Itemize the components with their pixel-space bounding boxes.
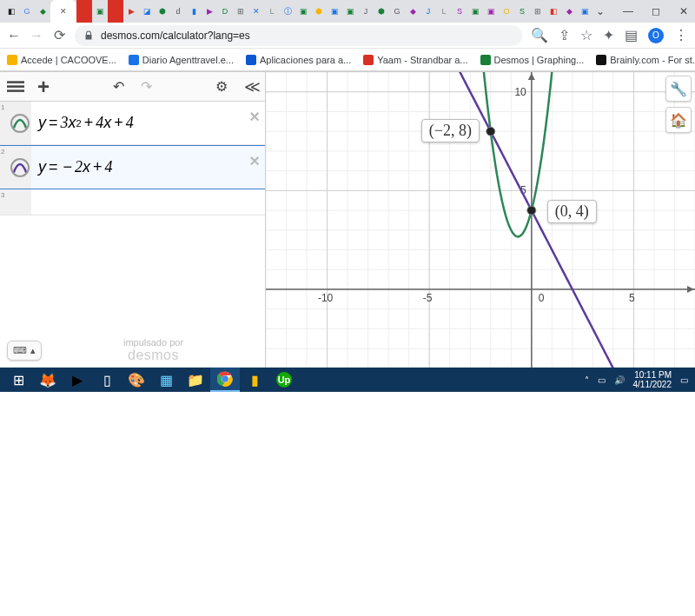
- bookmark-item[interactable]: Diario Agenttravel.e...: [129, 55, 234, 65]
- tab-favicon[interactable]: ◆: [405, 0, 420, 23]
- tab-favicon[interactable]: ▣: [483, 0, 499, 23]
- undo-button[interactable]: ↶: [110, 78, 128, 96]
- wrench-icon[interactable]: 🔧: [665, 76, 692, 102]
- tab-favicon[interactable]: [76, 0, 92, 23]
- tab-favicon[interactable]: ▶: [202, 0, 217, 23]
- reload-button[interactable]: ⟳: [52, 29, 66, 43]
- curve-icon: [10, 158, 30, 177]
- tab-favicon[interactable]: [108, 0, 123, 23]
- zoom-icon[interactable]: 🔍: [531, 27, 548, 43]
- task-media[interactable]: ▶: [63, 368, 92, 392]
- task-explorer[interactable]: 📁: [181, 368, 210, 392]
- extensions-icon[interactable]: ✦: [603, 27, 614, 43]
- tab-favicon[interactable]: L: [436, 0, 452, 23]
- task-firefox[interactable]: 🦊: [33, 368, 63, 392]
- minimize-button[interactable]: —: [622, 5, 634, 17]
- graph-canvas[interactable]: -10-505510 🔧 🏠 (−2, 8)(0, 4): [266, 72, 695, 368]
- tab-favicon[interactable]: ⊞: [530, 0, 546, 23]
- tab-favicon[interactable]: ▣: [92, 0, 108, 23]
- task-paint[interactable]: 🎨: [122, 368, 151, 392]
- tab-favicon[interactable]: ▣: [327, 0, 342, 23]
- forward-button[interactable]: →: [30, 29, 43, 43]
- task-upwork[interactable]: Up: [269, 368, 299, 392]
- tab-favicon[interactable]: ▣: [295, 0, 311, 23]
- expression-color-toggle[interactable]: [9, 189, 31, 215]
- tab-favicon[interactable]: ◪: [139, 0, 155, 23]
- tab-favicon[interactable]: S: [452, 0, 467, 23]
- tab-favicon[interactable]: ⬢: [311, 0, 327, 23]
- url-text: desmos.com/calculator?lang=es: [101, 30, 250, 42]
- kebab-menu-icon[interactable]: ⋮: [674, 27, 688, 43]
- tab-favicon[interactable]: G: [19, 0, 35, 23]
- chevron-down-icon[interactable]: ⌄: [594, 5, 606, 17]
- reading-list-icon[interactable]: ▤: [625, 27, 638, 43]
- url-input[interactable]: desmos.com/calculator?lang=es: [75, 25, 522, 46]
- tab-favicon[interactable]: ▣: [467, 0, 483, 23]
- bookmark-item[interactable]: Desmos | Graphing...: [480, 55, 585, 65]
- task-document[interactable]: ▯: [92, 368, 122, 392]
- tab-favicon[interactable]: G: [389, 0, 405, 23]
- expression-input[interactable]: y=3x2+4x+4: [31, 102, 265, 144]
- expression-input[interactable]: [31, 189, 265, 215]
- tab-favicon[interactable]: J: [358, 0, 374, 23]
- point-label[interactable]: (0, 4): [547, 200, 597, 223]
- tab-favicon[interactable]: S: [514, 0, 530, 23]
- delete-expression-icon[interactable]: ×: [249, 107, 260, 127]
- keyboard-button[interactable]: ⌨ ▴: [7, 341, 42, 361]
- tab-favicon[interactable]: ▶: [123, 0, 139, 23]
- share-icon[interactable]: ⇪: [559, 27, 570, 43]
- tab-favicon[interactable]: D: [217, 0, 233, 23]
- point-label[interactable]: (−2, 8): [421, 119, 480, 142]
- tab-favicon[interactable]: ◆: [35, 0, 50, 23]
- bookmark-item[interactable]: Aplicaciones para a...: [246, 55, 351, 65]
- expression-color-toggle[interactable]: [9, 102, 31, 144]
- collapse-panel-icon[interactable]: ≪: [241, 78, 258, 96]
- tab-favicon[interactable]: J: [420, 0, 436, 23]
- network-icon[interactable]: ▭: [598, 375, 606, 385]
- task-app[interactable]: ▮: [240, 368, 269, 392]
- tab-favicon[interactable]: ▣: [342, 0, 358, 23]
- bookmark-item[interactable]: Brainly.com - For st...: [596, 55, 695, 65]
- expression-color-toggle[interactable]: [9, 146, 31, 189]
- tab-favicon[interactable]: ◧: [3, 0, 19, 23]
- tab-favicon[interactable]: ✕: [248, 0, 264, 23]
- expression-row[interactable]: 1y=3x2+4x+4×: [0, 102, 265, 145]
- bookmark-label: Yaam - Strandbar a...: [377, 55, 467, 65]
- svg-text:10: 10: [514, 86, 526, 98]
- tab-favicon[interactable]: ▮: [186, 0, 202, 23]
- delete-expression-icon[interactable]: ×: [249, 151, 260, 171]
- bookmark-star-icon[interactable]: ☆: [580, 27, 592, 43]
- tab-favicon[interactable]: O: [499, 0, 514, 23]
- start-button[interactable]: ⊞: [3, 368, 33, 392]
- home-icon[interactable]: 🏠: [665, 107, 692, 133]
- tab-favicon[interactable]: ⓛ: [280, 0, 295, 23]
- task-calendar[interactable]: ▦: [151, 368, 181, 392]
- menu-icon[interactable]: [7, 78, 24, 96]
- taskbar-clock[interactable]: 10:11 PM 4/11/2022: [633, 370, 672, 389]
- notifications-icon[interactable]: ▭: [680, 375, 688, 385]
- tab-favicon[interactable]: L: [264, 0, 280, 23]
- bookmark-item[interactable]: Accede | CACOOVE...: [7, 55, 116, 65]
- tab-favicon[interactable]: ⬢: [155, 0, 170, 23]
- volume-icon[interactable]: 🔊: [614, 375, 625, 385]
- tab-favicon[interactable]: ⬢: [374, 0, 389, 23]
- expression-row[interactable]: 2y=−2x+4×: [0, 145, 265, 189]
- tab-active[interactable]: ✕: [50, 0, 76, 23]
- add-expression-button[interactable]: +: [35, 78, 52, 96]
- tray-chevron-icon[interactable]: ˄: [585, 375, 589, 385]
- redo-button[interactable]: ↷: [138, 78, 156, 96]
- expression-row[interactable]: 3: [0, 189, 265, 215]
- tab-favicon[interactable]: ◆: [561, 0, 577, 23]
- tab-favicon[interactable]: ◧: [546, 0, 561, 23]
- settings-gear-icon[interactable]: ⚙: [213, 78, 230, 96]
- close-window-button[interactable]: ✕: [678, 5, 690, 17]
- maximize-button[interactable]: ◻: [650, 5, 662, 17]
- tab-favicon[interactable]: ▣: [577, 0, 592, 23]
- tab-favicon[interactable]: ⊞: [233, 0, 248, 23]
- tab-favicon[interactable]: d: [170, 0, 186, 23]
- expression-input[interactable]: y=−2x+4: [31, 146, 265, 189]
- profile-avatar[interactable]: O: [648, 28, 664, 43]
- bookmark-item[interactable]: Yaam - Strandbar a...: [363, 55, 467, 65]
- back-button[interactable]: ←: [7, 29, 21, 43]
- task-chrome[interactable]: [210, 368, 240, 392]
